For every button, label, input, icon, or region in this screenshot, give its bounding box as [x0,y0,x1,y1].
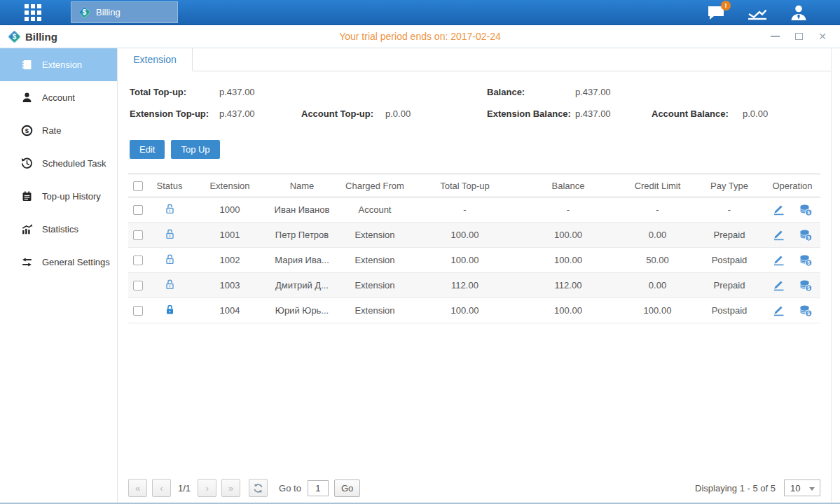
cell-credit-limit: 0.00 [621,223,694,248]
edit-icon[interactable] [772,279,785,291]
topup-coins-icon[interactable]: $ [799,229,813,241]
topbar-right: ! [707,4,840,21]
app-grid-icon[interactable] [25,4,41,21]
cell-name: Юрий Юрь... [268,298,336,323]
table-row: 1002 Мария Ива... Extension 100.00 100.0… [128,248,820,273]
lock-status-icon[interactable] [165,228,175,240]
topup-coins-icon[interactable]: $ [799,304,813,317]
cell-pay-type: Prepaid [694,223,764,248]
maximize-button[interactable] [794,31,804,41]
table-row: 1003 Дмитрий Д... Extension 112.00 112.0… [128,273,820,298]
cell-total-topup: 100.00 [414,223,516,248]
edit-icon[interactable] [772,254,785,266]
table-header-row: Status Extension Name Charged From Total… [128,174,820,197]
svg-text:$: $ [25,127,29,134]
goto-page-input[interactable] [308,480,329,496]
refresh-button[interactable] [249,479,268,497]
edit-icon[interactable] [772,204,785,216]
first-page-button[interactable]: « [128,479,147,497]
extension-balance-value: p.437.00 [575,108,652,119]
cell-pay-type: - [694,197,764,223]
account-topup-label: Account Top-up: [301,108,385,119]
cell-total-topup: 112.00 [414,273,516,298]
cell-extension: 1003 [191,273,268,298]
sidebar-item-topup-history[interactable]: Top-up History [0,180,117,213]
cell-pay-type: Prepaid [694,273,764,298]
sidebar-item-statistics[interactable]: Statistics [0,213,117,246]
edit-icon[interactable] [772,304,785,316]
pagination-bar: « ‹ 1/1 › » Go to Go Displaying 1 - 5 of… [118,479,831,503]
cell-balance: 100.00 [516,223,621,248]
cell-credit-limit: 100.00 [621,298,694,323]
cell-charged-from: Extension [336,298,414,323]
scheduled-task-clock-icon [21,158,33,169]
cell-extension: 1002 [191,248,268,273]
sidebar-item-account[interactable]: Account [0,81,117,114]
row-checkbox[interactable] [133,230,143,240]
statistics-chart-icon [21,223,33,235]
lock-status-icon[interactable] [165,203,175,215]
top-up-button[interactable]: Top Up [171,140,219,159]
table-row: 1001 Петр Петров Extension 100.00 100.00… [128,223,820,248]
col-balance: Balance [516,174,621,197]
close-button[interactable]: ✕ [818,31,827,41]
balance-summary: Total Top-up: p.437.00 Balance: p.437.00… [130,81,831,125]
user-account-icon[interactable] [790,4,808,21]
svg-text:$: $ [807,311,810,316]
topup-coins-icon[interactable]: $ [799,279,813,292]
col-total-topup: Total Top-up [414,174,516,197]
cell-name: Иван Иванов [268,197,336,223]
row-checkbox[interactable] [133,306,143,316]
billing-diamond-icon: $ [78,6,90,18]
topup-coins-icon[interactable]: $ [799,204,813,216]
sidebar-item-label: Scheduled Task [42,158,106,169]
topup-coins-icon[interactable]: $ [799,254,813,267]
cell-credit-limit: - [621,197,694,223]
cell-charged-from: Extension [336,248,414,273]
extension-topup-label: Extension Top-up: [130,108,219,119]
minimize-button[interactable] [770,31,780,41]
cell-charged-from: Extension [336,223,414,248]
sidebar-item-scheduled-task[interactable]: Scheduled Task [0,147,117,180]
sidebar-item-rate[interactable]: $ Rate [0,114,117,147]
reports-chart-icon[interactable] [747,5,768,20]
edit-button[interactable]: Edit [130,140,165,159]
select-all-checkbox[interactable] [133,181,143,191]
billing-app-tab[interactable]: $ Billing [71,1,178,23]
window-title: $ Billing [8,31,57,43]
balance-value: p.437.00 [575,87,652,97]
prev-page-button[interactable]: ‹ [152,479,171,497]
next-page-button[interactable]: › [198,479,216,497]
messages-icon[interactable]: ! [707,5,725,20]
sidebar-item-extension[interactable]: Extension [0,48,117,81]
sidebar-item-label: Rate [42,125,61,136]
extension-balance-label: Extension Balance: [487,108,575,119]
rate-dollar-icon: $ [21,125,33,136]
lock-status-icon[interactable] [165,253,175,265]
row-checkbox[interactable] [133,281,143,290]
table-row: 1004 Юрий Юрь... Extension 100.00 100.00… [128,298,820,323]
window-controls: ✕ [770,31,832,41]
sidebar-item-general-settings[interactable]: General Settings [0,246,117,279]
lock-status-icon[interactable] [165,304,175,316]
go-button[interactable]: Go [334,479,360,497]
row-checkbox[interactable] [133,205,143,215]
action-buttons: Edit Top Up [130,140,831,159]
col-charged-from: Charged From [336,174,414,197]
cell-extension: 1001 [191,223,268,248]
edit-icon[interactable] [772,229,785,241]
last-page-button[interactable]: » [221,479,240,497]
cell-name: Дмитрий Д... [268,273,336,298]
cell-extension: 1004 [191,298,268,323]
row-checkbox[interactable] [133,255,143,265]
chevron-down-icon [809,487,815,491]
sidebar-item-label: Top-up History [42,191,101,202]
col-operation: Operation [764,174,820,197]
svg-text:$: $ [807,235,810,241]
lock-status-icon[interactable] [165,279,175,290]
sidebar-item-label: Extension [42,59,82,70]
account-balance-value: p.0.00 [743,108,831,119]
page-size-select[interactable]: 10 [784,479,820,496]
col-credit-limit: Credit Limit [621,174,694,197]
tab-extension[interactable]: Extension [118,48,193,71]
